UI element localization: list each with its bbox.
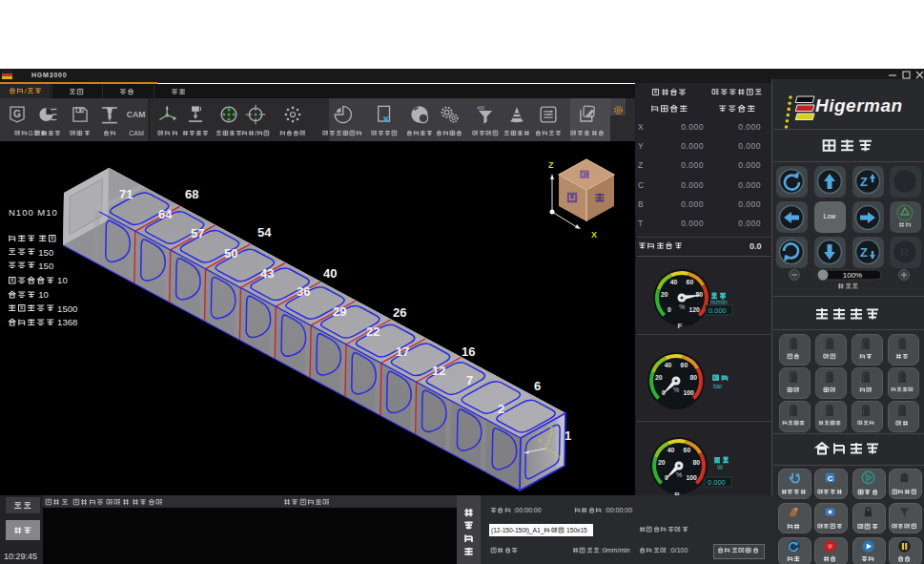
svg-text:60: 60 [681, 362, 688, 368]
svg-text:2: 2 [498, 402, 504, 416]
svg-text:17: 17 [396, 345, 409, 359]
svg-text:20: 20 [655, 374, 663, 381]
svg-text:43: 43 [260, 266, 274, 281]
svg-text:%: % [679, 303, 685, 310]
svg-text:40: 40 [665, 362, 672, 368]
svg-text:G: G [13, 109, 21, 119]
svg-text:57: 57 [191, 226, 204, 240]
svg-text:80: 80 [690, 374, 698, 381]
svg-text:26: 26 [393, 305, 406, 320]
svg-text:X: X [591, 230, 597, 240]
svg-text:C: C [827, 474, 832, 483]
svg-text:7: 7 [466, 373, 473, 387]
svg-text:12: 12 [432, 364, 445, 378]
svg-text:80: 80 [696, 291, 704, 298]
svg-text:40: 40 [667, 447, 675, 453]
svg-text:m/min: m/min [710, 299, 728, 305]
svg-text:20: 20 [661, 291, 668, 298]
svg-text:%: % [673, 386, 679, 393]
svg-text:Z: Z [549, 426, 553, 431]
svg-text:100: 100 [683, 389, 694, 396]
svg-text:16: 16 [462, 345, 475, 359]
svg-text:0: 0 [667, 306, 671, 313]
svg-text:Z: Z [548, 160, 554, 170]
svg-text:20: 20 [658, 459, 666, 466]
svg-text:120: 120 [688, 306, 700, 313]
svg-text:50: 50 [224, 246, 237, 261]
svg-text:X: X [558, 454, 562, 460]
svg-text:68: 68 [185, 187, 198, 201]
svg-text:100%: 100% [843, 271, 862, 280]
svg-text:29: 29 [333, 304, 346, 319]
svg-text:100: 100 [686, 474, 697, 481]
svg-text:CAM: CAM [127, 110, 146, 119]
svg-text:60: 60 [684, 447, 691, 453]
svg-text:Y: Y [538, 438, 542, 444]
svg-text:36: 36 [297, 284, 310, 299]
svg-text:400: 400 [477, 106, 484, 111]
svg-text:Z: Z [860, 175, 868, 189]
svg-text:0.000: 0.000 [708, 306, 727, 315]
svg-text:F: F [678, 322, 683, 330]
svg-text:40: 40 [670, 279, 678, 285]
svg-text:P: P [674, 491, 680, 495]
svg-text:W: W [717, 464, 724, 470]
svg-text:6: 6 [534, 379, 541, 393]
svg-text:1: 1 [565, 428, 571, 443]
svg-text:bar: bar [713, 383, 723, 389]
svg-text:R: R [900, 246, 909, 260]
svg-text:%: % [676, 471, 682, 478]
svg-text:54: 54 [257, 225, 272, 240]
svg-text:0.000: 0.000 [708, 478, 726, 487]
svg-text:60: 60 [687, 279, 694, 285]
svg-text:71: 71 [119, 187, 133, 201]
svg-text:80: 80 [693, 459, 701, 466]
svg-text:40: 40 [323, 266, 337, 281]
svg-text:Z: Z [860, 245, 868, 260]
svg-text:22: 22 [366, 324, 380, 339]
svg-text:64: 64 [158, 207, 173, 221]
